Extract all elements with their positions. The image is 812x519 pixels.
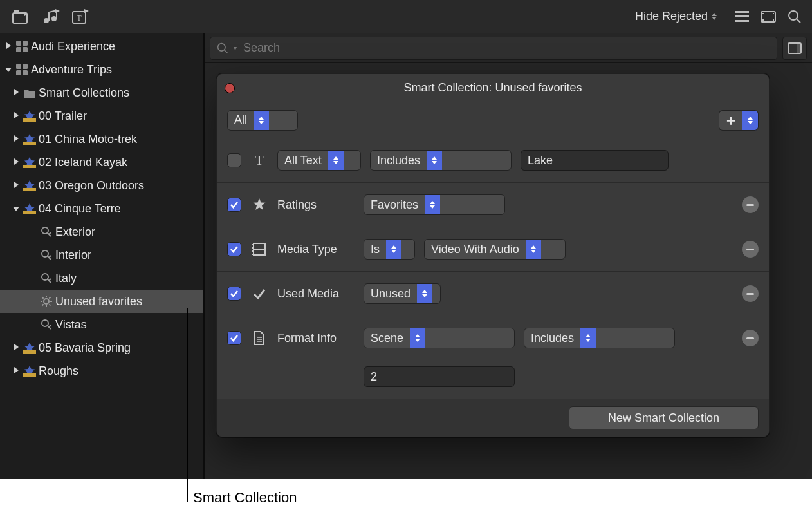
rule-select[interactable]: Favorites <box>364 194 505 215</box>
sidebar-item[interactable]: 01 China Moto-trek <box>0 127 203 151</box>
disclosure-triangle-icon[interactable] <box>12 158 21 166</box>
svg-point-3 <box>44 18 49 23</box>
rule-enabled-checkbox[interactable] <box>227 331 241 345</box>
rule-value-input[interactable] <box>364 366 515 387</box>
svg-line-51 <box>42 297 44 299</box>
import-audio-icon[interactable] <box>36 0 66 33</box>
svg-marker-8 <box>84 9 89 13</box>
svg-rect-15 <box>773 13 774 14</box>
new-smart-collection-button[interactable]: New Smart Collection <box>569 406 759 429</box>
rule-value-input[interactable] <box>521 150 669 171</box>
event-icon <box>21 365 39 377</box>
sidebar-item[interactable]: Interior <box>0 243 203 267</box>
svg-rect-21 <box>16 47 21 52</box>
sidebar-item[interactable]: Vistas <box>0 313 203 336</box>
disclosure-triangle-icon[interactable] <box>12 89 21 97</box>
titles-generators-icon[interactable]: T <box>66 0 95 33</box>
rule-select[interactable]: Video With Audio <box>424 239 566 260</box>
list-view-icon[interactable] <box>735 11 749 23</box>
search-icon[interactable] <box>788 10 802 24</box>
sidebar-item[interactable]: Roughs <box>0 359 203 382</box>
remove-rule-button[interactable] <box>742 285 759 302</box>
svg-rect-65 <box>797 43 801 53</box>
filter-match-bar: All ＋ <box>217 102 769 138</box>
filter-rule-row: Media TypeIsVideo With Audio <box>217 227 769 272</box>
sidebar-item[interactable]: 02 Iceland Kayak <box>0 151 203 174</box>
rule-enabled-checkbox[interactable] <box>227 242 241 256</box>
disclosure-triangle-icon[interactable] <box>12 344 21 352</box>
rule-select[interactable]: All Text <box>277 150 361 171</box>
import-media-icon[interactable] <box>6 0 36 33</box>
rule-select[interactable]: Includes <box>370 150 512 171</box>
sidebar-item[interactable]: Smart Collections <box>0 81 203 104</box>
svg-rect-10 <box>735 15 749 17</box>
disclosure-triangle-icon[interactable] <box>12 112 21 120</box>
svg-marker-5 <box>55 9 60 13</box>
keyword-icon <box>37 319 55 330</box>
sidebar-item-label: Interior <box>55 249 91 262</box>
svg-rect-36 <box>23 211 36 214</box>
filter-rule-row: Format InfoSceneIncludes <box>217 316 769 399</box>
svg-rect-72 <box>252 254 254 255</box>
svg-line-53 <box>49 297 50 299</box>
close-window-button[interactable] <box>225 83 235 93</box>
svg-rect-71 <box>252 250 254 252</box>
library-icon <box>13 40 31 53</box>
svg-rect-25 <box>16 70 21 75</box>
svg-point-46 <box>44 299 49 304</box>
search-input[interactable] <box>242 41 770 55</box>
svg-line-63 <box>224 50 227 53</box>
folder-icon <box>21 88 39 98</box>
disclosure-triangle-icon[interactable] <box>12 135 21 143</box>
sidebar-item-label: Exterior <box>55 225 95 239</box>
filter-hud: Smart Collection: Unused favorites All ＋… <box>216 73 770 437</box>
search-field-wrap[interactable]: ▾ <box>210 37 777 60</box>
svg-line-57 <box>49 325 51 327</box>
sidebar-item[interactable]: Unused favorites <box>0 290 203 313</box>
svg-rect-23 <box>16 64 21 69</box>
rule-enabled-checkbox[interactable] <box>227 198 241 212</box>
keyword-icon <box>37 226 55 238</box>
remove-rule-button[interactable] <box>742 330 759 346</box>
library-sidebar: Audi ExperienceAdventure TripsSmart Coll… <box>0 33 205 479</box>
sidebar-item[interactable]: 00 Trailer <box>0 104 203 127</box>
disclosure-triangle-icon[interactable] <box>12 205 21 212</box>
rule-select[interactable]: Unused <box>364 283 441 304</box>
svg-point-4 <box>51 16 57 21</box>
sidebar-item[interactable]: Exterior <box>0 220 203 243</box>
sidebar-item[interactable]: Italy <box>0 267 203 290</box>
remove-rule-button[interactable] <box>742 241 759 258</box>
sidebar-item[interactable]: Adventure Trips <box>0 58 203 81</box>
svg-line-39 <box>49 232 51 234</box>
browser-area: ▾ Smart Collection: Unused favorites All <box>205 33 812 479</box>
rule-select[interactable]: Includes <box>524 328 675 348</box>
sidebar-item[interactable]: 05 Bavaria Spring <box>0 336 203 359</box>
stepper-icon <box>712 13 717 20</box>
remove-rule-button[interactable] <box>742 196 759 213</box>
add-rule-button[interactable]: ＋ <box>719 110 742 131</box>
rule-select[interactable]: Scene <box>364 328 515 348</box>
disclosure-triangle-icon[interactable] <box>4 42 13 50</box>
svg-rect-13 <box>762 13 764 14</box>
sidebar-item[interactable]: 03 Oregon Outdoors <box>0 174 203 197</box>
rule-enabled-checkbox[interactable] <box>227 153 241 167</box>
search-bar: ▾ <box>205 33 812 63</box>
filter-popup-label: Hide Rejected <box>635 10 708 23</box>
match-mode-select[interactable]: All <box>227 110 298 131</box>
filter-popup[interactable]: Hide Rejected <box>625 6 727 27</box>
clip-appearance-button[interactable] <box>782 37 807 60</box>
disclosure-triangle-icon[interactable] <box>4 66 13 73</box>
filter-rule-row: Used MediaUnused <box>217 272 769 316</box>
add-rule-menu[interactable] <box>742 110 759 131</box>
rule-label: Format Info <box>277 332 355 345</box>
disclosure-triangle-icon[interactable] <box>12 367 21 375</box>
filmstrip-view-icon[interactable] <box>761 11 776 23</box>
filter-hud-title: Smart Collection: Unused favorites <box>403 81 582 95</box>
sidebar-item[interactable]: 04 Cinque Terre <box>0 197 203 220</box>
sidebar-item[interactable]: Audi Experience <box>0 35 203 58</box>
rule-select[interactable]: Is <box>364 239 415 260</box>
svg-rect-34 <box>23 188 36 191</box>
rule-enabled-checkbox[interactable] <box>227 287 241 301</box>
app-window: T Hide Rejected Audi ExperienceAdventure… <box>0 0 812 479</box>
disclosure-triangle-icon[interactable] <box>12 182 21 189</box>
